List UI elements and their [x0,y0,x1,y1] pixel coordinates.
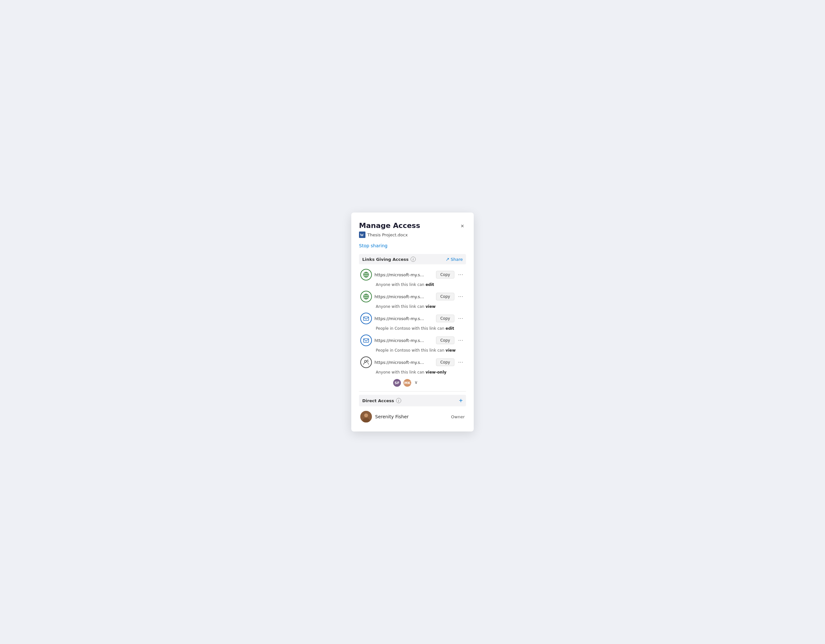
link-url-2: https://microsoft-my.s... [374,294,433,299]
link-item-5: https://microsoft-my.s... Copy ··· Anyon… [359,354,466,388]
links-section-header: Links Giving Access i ↗ Share [359,254,466,264]
link-row-3: https://microsoft-my.s... Copy ··· [359,311,466,326]
link-url-5: https://microsoft-my.s... [374,360,433,365]
link-row-2: https://microsoft-my.s... Copy ··· [359,289,466,304]
add-direct-access-button[interactable]: + [459,397,463,404]
copy-button-3[interactable]: Copy [436,314,454,322]
link-desc-1: Anyone with this link can edit [376,282,466,287]
globe-icon-2 [360,291,372,302]
more-button-2[interactable]: ··· [457,293,465,300]
envelope-icon-2 [360,334,372,346]
link-item-1: https://microsoft-my.s... Copy ··· Anyon… [359,267,466,287]
link-desc-4: People in Contoso with this link can vie… [376,348,466,353]
share-icon: ↗ [446,257,450,262]
link-item-2: https://microsoft-my.s... Copy ··· Anyon… [359,289,466,309]
links-section-title-group: Links Giving Access i [362,257,416,262]
link-desc-2: Anyone with this link can view [376,304,466,309]
more-button-1[interactable]: ··· [457,271,465,278]
direct-access-header: Direct Access i + [359,395,466,406]
svg-point-12 [365,361,366,362]
section-divider [359,391,466,391]
file-info: W Thesis Project.docx [359,231,466,238]
expand-avatars-button[interactable]: ∨ [414,380,418,385]
links-section-title: Links Giving Access [362,257,409,262]
svg-text:W: W [360,233,364,237]
globe-icon-1 [360,269,372,280]
close-button[interactable]: × [459,222,466,230]
share-button[interactable]: ↗ Share [446,257,463,262]
svg-line-14 [368,360,368,361]
svg-point-13 [367,361,368,362]
svg-rect-11 [363,339,369,342]
link-url-4: https://microsoft-my.s... [374,338,433,343]
copy-button-1[interactable]: Copy [436,271,454,279]
avatars-row: SF MK [392,378,412,387]
svg-point-16 [364,413,368,417]
direct-access-title-group: Direct Access i [362,398,401,403]
avatar-2: MK [403,378,412,387]
link-row-5: https://microsoft-my.s... Copy ··· [359,354,466,370]
more-button-5[interactable]: ··· [457,359,465,366]
direct-access-title: Direct Access [362,398,394,403]
link-item-4: https://microsoft-my.s... Copy ··· Peopl… [359,333,466,353]
people-icon [360,356,372,368]
envelope-icon-1 [360,313,372,324]
more-button-4[interactable]: ··· [457,337,465,344]
dialog-header: Manage Access × [359,222,466,230]
user-role-1: Owner [451,414,465,419]
copy-button-4[interactable]: Copy [436,336,454,344]
manage-access-dialog: Manage Access × W Thesis Project.docx St… [351,213,474,431]
link-url-3: https://microsoft-my.s... [374,316,433,321]
link-row-4: https://microsoft-my.s... Copy ··· [359,333,466,348]
word-file-icon: W [359,231,365,238]
link-item-3: https://microsoft-my.s... Copy ··· Peopl… [359,311,466,331]
dialog-title: Manage Access [359,222,420,230]
user-avatar-image [360,411,372,422]
user-avatar-1 [360,411,372,422]
link-url-1: https://microsoft-my.s... [374,273,433,277]
direct-access-info-icon[interactable]: i [396,398,401,403]
more-button-3[interactable]: ··· [457,315,465,322]
direct-access-section: Direct Access i + Serenity Fisher Owner [359,395,466,424]
user-row-1: Serenity Fisher Owner [359,410,466,424]
links-section: Links Giving Access i ↗ Share ht [359,254,466,388]
link-desc-5: Anyone with this link can view-only [376,370,466,374]
avatar-1: SF [392,378,402,387]
stop-sharing-button[interactable]: Stop sharing [359,243,387,248]
user-name-1: Serenity Fisher [375,414,448,419]
links-info-icon[interactable]: i [411,257,416,262]
copy-button-5[interactable]: Copy [436,358,454,366]
link-desc-3: People in Contoso with this link can edi… [376,326,466,331]
link-row-1: https://microsoft-my.s... Copy ··· [359,267,466,282]
file-name: Thesis Project.docx [368,233,408,237]
svg-rect-10 [363,317,369,320]
share-button-label: Share [451,257,463,262]
copy-button-2[interactable]: Copy [436,293,454,300]
